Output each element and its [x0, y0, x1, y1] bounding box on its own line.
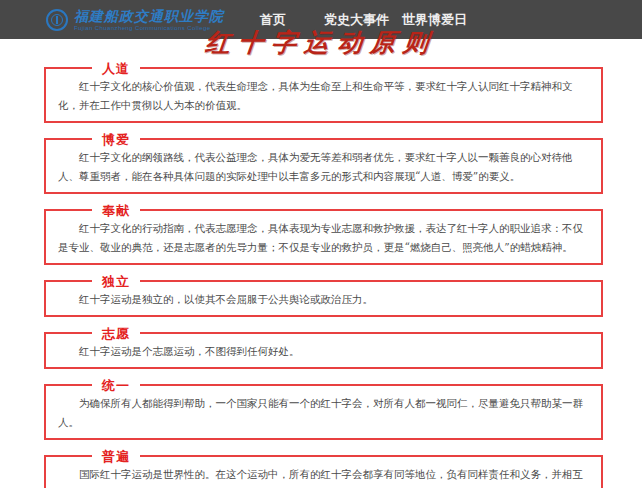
college-name-english: Fujian Chuanzheng Communications College	[74, 25, 224, 31]
nav-item-home[interactable]: 首页	[260, 11, 286, 29]
principle-section-independence: 独立 红十字运动是独立的，以使其不会屈服于公共舆论或政治压力。	[44, 280, 603, 317]
principle-text: 红十字文化的行动指南，代表志愿理念，具体表现为专业志愿和救护救援，表达了红十字人…	[58, 219, 591, 257]
college-logo[interactable]: 福建船政交通职业学院 Fujian Chuanzheng Communicati…	[46, 9, 224, 31]
principle-section-unity: 统一 为确保所有人都能得到帮助，一个国家只能有一个的红十字会，对所有人都一视同仁…	[44, 384, 603, 440]
nav-item-party-history-events[interactable]: 党史大事件	[324, 11, 389, 29]
principle-section-dedication: 奉献 红十字文化的行动指南，代表志愿理念，具体表现为专业志愿和救护救援，表达了红…	[44, 209, 603, 265]
principle-label: 人道	[92, 61, 140, 76]
principle-label: 志愿	[92, 326, 140, 341]
principle-text: 国际红十字运动是世界性的。在这个运动中，所有的红十字会都享有同等地位，负有同样责…	[58, 465, 591, 488]
principle-text: 红十字文化的核心价值观，代表生命理念，具体为生命至上和生命平等，要求红十字人认同…	[58, 77, 591, 115]
principle-section-universality: 普遍 国际红十字运动是世界性的。在这个运动中，所有的红十字会都享有同等地位，负有…	[44, 455, 603, 488]
principle-label: 奉献	[92, 203, 140, 218]
top-header-bar: 福建船政交通职业学院 Fujian Chuanzheng Communicati…	[0, 0, 642, 39]
principle-text: 红十字运动是独立的，以使其不会屈服于公共舆论或政治压力。	[58, 290, 591, 309]
principles-list: 人道 红十字文化的核心价值观，代表生命理念，具体为生命至上和生命平等，要求红十字…	[0, 39, 642, 488]
principle-label: 博爱	[92, 132, 140, 147]
college-emblem-icon	[46, 9, 68, 31]
college-name: 福建船政交通职业学院	[74, 9, 224, 23]
principle-label: 普遍	[92, 449, 140, 464]
main-nav: 首页 党史大事件 世界博爱日	[260, 11, 467, 29]
principle-text: 红十字文化的纲领路线，代表公益理念，具体为爱无等差和弱者优先，要求红十字人以一颗…	[58, 148, 591, 186]
principle-section-humanity: 人道 红十字文化的核心价值观，代表生命理念，具体为生命至上和生命平等，要求红十字…	[44, 67, 603, 123]
principle-text: 红十字运动是个志愿运动，不图得到任何好处。	[58, 342, 591, 361]
nav-item-world-fraternity-day[interactable]: 世界博爱日	[402, 11, 467, 29]
principle-label: 独立	[92, 274, 140, 289]
principle-label: 统一	[92, 378, 140, 393]
principle-section-voluntary: 志愿 红十字运动是个志愿运动，不图得到任何好处。	[44, 332, 603, 369]
principle-section-fraternity: 博爱 红十字文化的纲领路线，代表公益理念，具体为爱无等差和弱者优先，要求红十字人…	[44, 138, 603, 194]
principle-text: 为确保所有人都能得到帮助，一个国家只能有一个的红十字会，对所有人都一视同仁，尽量…	[58, 394, 591, 432]
